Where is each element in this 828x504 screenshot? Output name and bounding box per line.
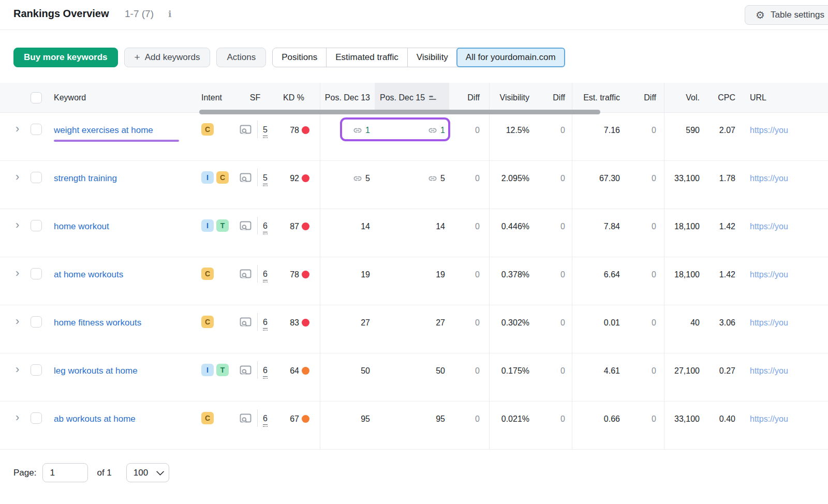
tab-visibility[interactable]: Visibility: [407, 48, 457, 67]
expand-chevron-icon[interactable]: ›: [16, 219, 19, 231]
keyword-link[interactable]: leg workouts at home: [54, 365, 138, 377]
serp-features-icon[interactable]: [239, 316, 252, 330]
info-icon[interactable]: i: [168, 9, 171, 19]
page-size-select[interactable]: 100: [126, 463, 169, 482]
column-group-divider: [664, 83, 664, 450]
intent-badge-informational: I: [201, 364, 214, 376]
intent-badge-transactional: T: [216, 219, 229, 232]
col-header-diff-est[interactable]: Diff: [630, 83, 656, 113]
serp-features-count[interactable]: 6: [263, 317, 268, 329]
expand-chevron-icon[interactable]: ›: [16, 171, 19, 183]
pos-dec15-value: 14: [436, 220, 445, 233]
keyword-link[interactable]: home fitness workouts: [54, 317, 141, 329]
url-link[interactable]: https://you: [750, 270, 788, 279]
url-cell: https://you: [750, 317, 828, 329]
row-checkbox[interactable]: [31, 364, 42, 376]
serp-features-count[interactable]: 6: [263, 220, 268, 232]
keyword-link[interactable]: home workout: [54, 220, 109, 233]
diff-est-value: 0: [630, 317, 656, 329]
select-all-checkbox[interactable]: [31, 92, 42, 103]
row-checkbox[interactable]: [31, 268, 42, 279]
horizontal-scrollbar[interactable]: [199, 110, 600, 114]
col-header-vol[interactable]: Vol.: [660, 83, 700, 113]
add-keywords-button[interactable]: + Add keywords: [124, 48, 211, 67]
serp-features-count[interactable]: 6: [263, 365, 268, 377]
keyword-link[interactable]: ab workouts at home: [54, 413, 136, 425]
url-link[interactable]: https://you: [750, 318, 788, 327]
serp-features-count[interactable]: 5: [263, 172, 268, 184]
kd-level-dot: [302, 367, 309, 375]
serp-features-count[interactable]: 6: [263, 413, 268, 425]
expand-chevron-icon[interactable]: ›: [16, 123, 19, 135]
serp-features-count[interactable]: 5: [263, 124, 268, 136]
title-bar: Rankings Overview 1-7 (7) i ⚙ Table sett…: [0, 0, 828, 30]
expand-chevron-icon[interactable]: ›: [16, 315, 19, 328]
cell-divider: [257, 409, 258, 427]
serp-features-icon[interactable]: [239, 124, 252, 138]
url-link[interactable]: https://you: [750, 222, 788, 231]
tab-all-for-yourdomain[interactable]: All for yourdomain.com: [456, 48, 565, 67]
visibility-value: 0.175%: [484, 365, 529, 377]
diff-pos-value: 0: [453, 220, 480, 233]
col-header-sf[interactable]: SF: [247, 83, 263, 113]
col-header-est-traffic[interactable]: Est. traffic: [568, 83, 620, 113]
col-header-diff-pos[interactable]: Diff: [453, 83, 480, 113]
serp-features-icon[interactable]: [239, 172, 252, 186]
pos-dec15-value: 19: [436, 269, 445, 281]
serp-features-count[interactable]: 6: [263, 269, 268, 280]
pos-dec15-value: 50: [436, 365, 445, 377]
col-header-keyword[interactable]: Keyword: [54, 83, 86, 113]
expand-chevron-icon[interactable]: ›: [16, 363, 19, 376]
expand-chevron-icon[interactable]: ›: [16, 411, 19, 424]
url-fade: [806, 365, 828, 377]
visibility-value: 12.5%: [484, 124, 529, 137]
intent-badge-transactional: T: [216, 364, 229, 376]
url-link[interactable]: https://you: [750, 414, 788, 423]
col-header-url[interactable]: URL: [750, 83, 766, 113]
pos-dec13-value: 50: [361, 365, 370, 377]
buy-more-keywords-button[interactable]: Buy more keywords: [13, 48, 118, 67]
table-settings-button[interactable]: ⚙ Table settings: [745, 5, 828, 25]
add-keywords-label: Add keywords: [145, 52, 200, 63]
pos-dec13-value: 5: [365, 172, 370, 185]
pos-dec15-value: 1: [440, 124, 445, 137]
row-checkbox[interactable]: [31, 220, 42, 231]
page-number-input[interactable]: [42, 463, 88, 482]
pos-dec13-value: 19: [361, 269, 370, 281]
tab-estimated-traffic[interactable]: Estimated traffic: [326, 48, 407, 67]
row-checkbox[interactable]: [31, 124, 42, 135]
col-header-pos-dec15[interactable]: Pos. Dec 15: [380, 83, 436, 113]
serp-features-icon[interactable]: [239, 220, 252, 234]
row-checkbox[interactable]: [31, 172, 42, 183]
row-checkbox[interactable]: [31, 412, 42, 424]
est-traffic-value: 7.84: [572, 220, 620, 233]
page-size-value: 100: [134, 468, 148, 478]
serp-features-icon[interactable]: [239, 412, 252, 426]
serp-features-icon[interactable]: [239, 268, 252, 282]
url-link[interactable]: https://you: [750, 366, 788, 375]
url-cell: https://you: [750, 413, 828, 425]
col-header-intent[interactable]: Intent: [201, 83, 222, 113]
url-link[interactable]: https://you: [750, 126, 788, 135]
kd-value: 64: [273, 365, 299, 377]
col-header-diff-vis[interactable]: Diff: [539, 83, 565, 113]
col-header-cpc[interactable]: CPC: [702, 83, 735, 113]
keyword-link[interactable]: strength training: [54, 172, 117, 185]
pos-dec15-value: 5: [440, 172, 445, 185]
keyword-link[interactable]: weight exercises at home: [54, 124, 153, 137]
actions-button[interactable]: Actions: [216, 48, 266, 67]
volume-value: 33,100: [660, 172, 700, 185]
pos-dec13-value: 14: [361, 220, 370, 233]
tab-positions[interactable]: Positions: [273, 48, 326, 67]
keyword-link[interactable]: at home workouts: [54, 269, 123, 281]
col-header-kd[interactable]: KD %: [269, 83, 304, 113]
col-header-visibility[interactable]: Visibility: [484, 83, 529, 113]
pos-dec15-value: 27: [436, 317, 445, 329]
intent-badge-commercial: C: [201, 412, 214, 424]
volume-value: 33,100: [660, 413, 700, 425]
table-row: › home workout I T 6 87 14 14 0 0.446% 0…: [0, 209, 828, 257]
url-link[interactable]: https://you: [750, 174, 788, 183]
row-checkbox[interactable]: [31, 316, 42, 328]
serp-features-icon[interactable]: [239, 364, 252, 378]
expand-chevron-icon[interactable]: ›: [16, 267, 19, 279]
